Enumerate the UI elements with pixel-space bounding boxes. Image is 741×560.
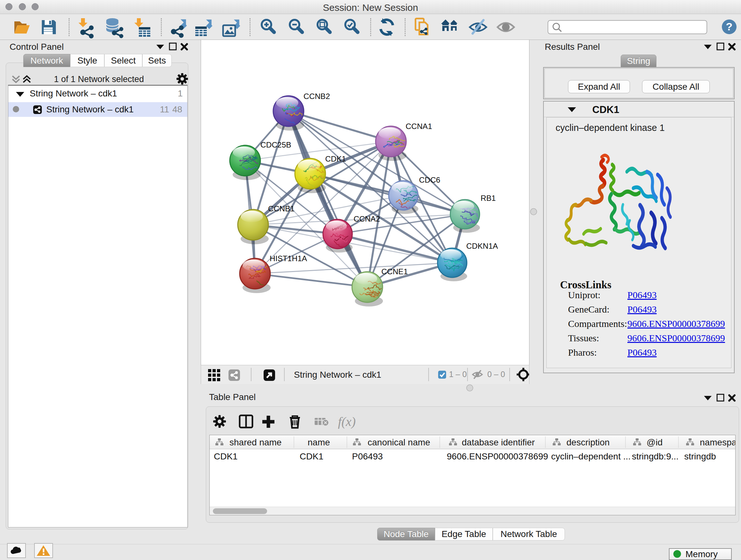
svg-text:CDC25B: CDC25B <box>260 140 291 149</box>
svg-text:CCNA1: CCNA1 <box>406 122 432 131</box>
svg-text:0 – 0: 0 – 0 <box>487 370 505 379</box>
svg-text:description: description <box>566 437 610 447</box>
svg-text:CCNE1: CCNE1 <box>381 267 408 276</box>
svg-text:name: name <box>308 437 330 447</box>
svg-text:database identifier: database identifier <box>462 437 535 447</box>
svg-text:f(x): f(x) <box>338 415 356 429</box>
svg-text:shared name: shared name <box>229 437 281 447</box>
svg-text:@id: @id <box>647 437 663 447</box>
svg-text:RB1: RB1 <box>481 194 496 202</box>
svg-text:CDK1: CDK1 <box>325 154 346 163</box>
svg-text:CCNB1: CCNB1 <box>268 204 294 213</box>
svg-text:1 – 0: 1 – 0 <box>449 370 467 379</box>
svg-text:CDKN1A: CDKN1A <box>466 242 498 250</box>
svg-text:String Network – cdk1: String Network – cdk1 <box>294 370 381 380</box>
svg-text:HIST1H1A: HIST1H1A <box>270 254 307 263</box>
svg-text:CCNA2: CCNA2 <box>354 214 380 223</box>
svg-text:?: ? <box>726 20 733 33</box>
svg-text:CCNB2: CCNB2 <box>304 92 330 101</box>
svg-text:namespace: namespace <box>700 437 735 447</box>
svg-text:canonical name: canonical name <box>367 437 430 447</box>
svg-text:CDC6: CDC6 <box>419 176 441 184</box>
